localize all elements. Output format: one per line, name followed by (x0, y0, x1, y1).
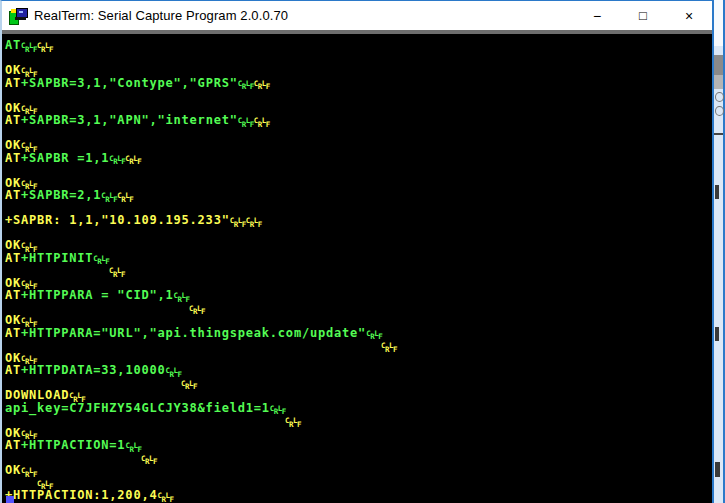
terminal-line: OKCRLF (5, 464, 712, 477)
terminal-line: CRLF (5, 264, 712, 277)
terminal-line: AT+HTTPPARA="URL","api.thingspeak.com/up… (5, 327, 712, 340)
background-window-fragment (715, 106, 724, 116)
crlf-marker: CRLF (21, 354, 37, 367)
realterm-app-icon (9, 7, 26, 24)
terminal-line (5, 52, 712, 65)
crlf-marker: CRLF (21, 241, 37, 254)
crlf-marker: CRLF (181, 379, 197, 392)
crlf-marker: CRLF (125, 441, 141, 454)
close-icon: × (685, 8, 693, 24)
terminal-text: +HTTPACTION:1,200,4 (5, 488, 157, 502)
terminal-line (5, 227, 712, 240)
crlf-marker: CRLF (21, 466, 37, 479)
terminal-text: OK (5, 463, 21, 477)
crlf-marker: CRLF (109, 154, 125, 167)
terminal-line: AT+SAPBR=3,1,"APN","internet"CRLFCRLF (5, 114, 712, 127)
crlf-marker: CRLF (21, 429, 37, 442)
terminal-line: OKCRLF (5, 139, 712, 152)
crlf-marker: CRLF (238, 79, 254, 92)
terminal-text: +SAPBR=3,1,"APN","internet" (21, 113, 238, 127)
background-window-fragment (715, 92, 724, 102)
terminal-cursor (6, 496, 14, 503)
window-controls: − □ × (574, 1, 712, 30)
maximize-button[interactable]: □ (620, 1, 666, 30)
crlf-marker: CRLF (21, 316, 37, 329)
crlf-marker: CRLF (166, 366, 182, 379)
crlf-marker: CRLF (21, 179, 37, 192)
maximize-icon: □ (639, 8, 647, 23)
crlf-marker: CRLF (21, 41, 37, 54)
terminal-text: AT (5, 438, 21, 452)
crlf-marker: CRLF (157, 491, 173, 503)
crlf-marker: CRLF (117, 191, 133, 204)
terminal-text: AT (5, 326, 21, 340)
terminal-line: AT+SAPBR =1,1CRLFCRLF (5, 152, 712, 165)
terminal-text: api_key=C7JFHZY54GLCJY38&field1=1 (5, 401, 270, 415)
crlf-marker: CRLF (230, 216, 246, 229)
terminal-text: AT (5, 251, 21, 265)
minimize-icon: − (593, 8, 601, 24)
terminal-text: AT (5, 151, 21, 165)
terminal-line: AT+SAPBR=2,1CRLFCRLF (5, 189, 712, 202)
crlf-marker: CRLF (141, 454, 157, 467)
terminal-text: +HTTPPARA = "CID",1 (21, 288, 173, 302)
crlf-marker: CRLF (69, 391, 85, 404)
terminal-line: OKCRLF (5, 177, 712, 190)
terminal-line: AT+HTTPACTION=1CRLF (5, 439, 712, 452)
background-window-fragment (714, 75, 723, 89)
serial-capture-window: RealTerm: Serial Capture Program 2.0.0.7… (0, 0, 714, 503)
terminal-output[interactable]: ATCRLFCRLFOKCRLFAT+SAPBR=3,1,"Contype","… (2, 34, 712, 502)
terminal-text: AT (5, 288, 21, 302)
close-button[interactable]: × (666, 1, 712, 30)
crlf-marker: CRLF (21, 66, 37, 79)
background-window-fragment (714, 0, 723, 46)
crlf-marker: CRLF (285, 416, 301, 429)
terminal-line (5, 127, 712, 140)
terminal-line: CRLF (5, 377, 712, 390)
realterm-window: RealTerm: Serial Capture Program 2.0.0.7… (0, 0, 725, 503)
background-window-fragment (715, 462, 720, 477)
terminal-line: +SAPBR: 1,1,"10.109.195.233"CRLFCRLF (5, 214, 712, 227)
crlf-marker: CRLF (109, 266, 125, 279)
window-title: RealTerm: Serial Capture Program 2.0.0.7… (34, 8, 288, 23)
crlf-marker: CRLF (238, 116, 254, 129)
crlf-marker: CRLF (21, 104, 37, 117)
crlf-marker: CRLF (270, 404, 286, 417)
terminal-line: CRLF (5, 339, 712, 352)
crlf-marker: CRLF (21, 141, 37, 154)
background-window-sliver[interactable] (714, 0, 725, 503)
background-window-fragment (714, 133, 723, 135)
terminal-line: CRLF (5, 414, 712, 427)
minimize-button[interactable]: − (574, 1, 620, 30)
terminal-text: +SAPBR=3,1,"Contype","GPRS" (21, 76, 238, 90)
crlf-marker: CRLF (21, 279, 37, 292)
terminal-line: AT+HTTPPARA = "CID",1CRLF (5, 289, 712, 302)
terminal-line: OKCRLF (5, 239, 712, 252)
terminal-text: +HTTPDATA=33,10000 (21, 363, 165, 377)
crlf-marker: CRLF (254, 116, 270, 129)
crlf-marker: CRLF (125, 154, 141, 167)
terminal-text: AT (5, 188, 21, 202)
terminal-line: CRLF (5, 302, 712, 315)
titlebar[interactable]: RealTerm: Serial Capture Program 2.0.0.7… (2, 1, 712, 30)
crlf-marker: CRLF (101, 191, 117, 204)
terminal-line: CRLF (5, 452, 712, 465)
terminal-text: +HTTPINIT (21, 251, 93, 265)
terminal-text: +SAPBR: 1,1,"10.109.195.233" (5, 213, 230, 227)
crlf-marker: CRLF (246, 216, 262, 229)
crlf-marker: CRLF (37, 41, 53, 54)
terminal-line: ATCRLFCRLF (5, 39, 712, 52)
terminal-line: AT+HTTPINITCRLF (5, 252, 712, 265)
terminal-line (5, 89, 712, 102)
terminal-text: +HTTPPARA="URL","api.thingspeak.com/upda… (21, 326, 366, 340)
terminal-line: AT+SAPBR=3,1,"Contype","GPRS"CRLFCRLF (5, 77, 712, 90)
terminal-text: AT (5, 113, 21, 127)
crlf-marker: CRLF (37, 479, 53, 492)
terminal-text: AT (5, 76, 21, 90)
background-window-fragment (715, 185, 719, 199)
crlf-marker: CRLF (189, 304, 205, 317)
terminal-line: +HTTPACTION:1,200,4CRLF (5, 489, 712, 502)
background-window-fragment (714, 55, 723, 75)
terminal-text: AT (5, 363, 21, 377)
crlf-marker: CRLF (254, 79, 270, 92)
